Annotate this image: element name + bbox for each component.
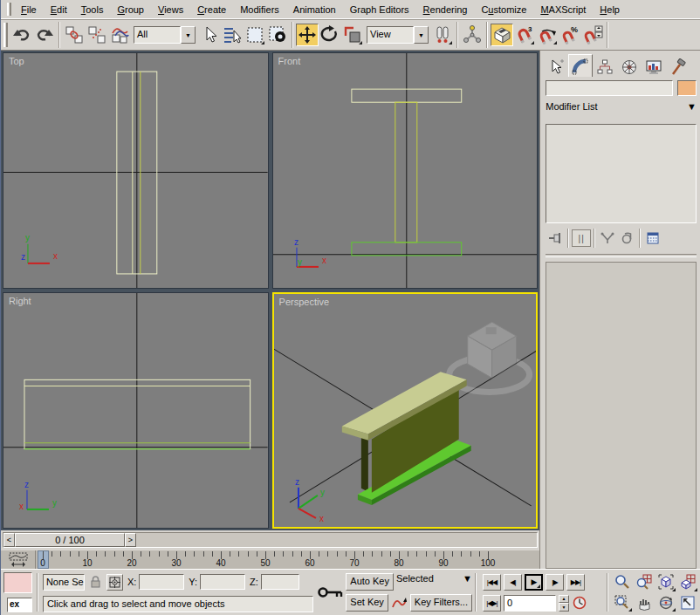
angle-snap-toggle-button[interactable] [536,24,559,46]
toolbar-drag-handle[interactable] [3,23,8,47]
object-color-swatch[interactable] [677,80,697,96]
viewport-top-label[interactable]: Top [9,56,24,66]
key-mode-dropdown[interactable]: Selected ▼ [396,573,472,591]
select-and-move-button[interactable] [296,24,319,46]
select-and-link-button[interactable] [63,24,86,46]
menu-item-rendering[interactable]: Rendering [416,2,475,17]
object-name-input[interactable] [546,80,673,96]
region-zoom-button[interactable] [612,593,633,613]
zoom-extents-all-button[interactable] [677,572,698,592]
time-slider-prev-arrow[interactable]: < [3,533,15,547]
frame-spinner-down[interactable]: ▼ [559,603,569,612]
ibeam-3d[interactable] [342,372,471,505]
unlink-selection-button[interactable] [86,24,108,46]
auto-key-button[interactable]: Auto Key [346,573,394,591]
viewport-perspective[interactable]: Perspective [272,292,539,529]
select-and-manipulate-button[interactable] [461,24,484,46]
remove-modifier-button[interactable] [617,229,636,247]
zoom-extents-button[interactable] [655,572,676,592]
snap-toggle-button[interactable]: 3 [513,24,536,46]
tab-hierarchy[interactable] [593,56,617,77]
rectangular-selection-region-button[interactable] [244,24,266,46]
use-pivot-point-center-button[interactable] [431,24,454,46]
macro-recorder-line[interactable] [3,572,32,593]
key-filters-button[interactable]: Key Filters... [410,594,472,612]
viewport-right-label[interactable]: Right [9,296,31,306]
menu-item-views[interactable]: Views [151,2,190,17]
percent-snap-toggle-button[interactable]: % [559,24,581,46]
frame-spinner[interactable]: ▲ ▼ [559,595,569,612]
trackbar-ruler[interactable]: 0102030405060708090100 [36,550,539,569]
select-and-scale-button[interactable] [341,24,364,46]
modifier-stack-list[interactable] [546,124,697,223]
open-mini-curve-editor-button[interactable] [1,550,36,569]
maximize-viewport-toggle-button[interactable] [677,593,698,613]
previous-frame-button[interactable]: ◀| [504,574,522,591]
pan-view-button[interactable] [634,593,655,613]
select-object-button[interactable] [198,24,221,46]
tab-utilities[interactable] [666,56,690,77]
viewport-front[interactable]: Front z x y [272,52,539,289]
menu-item-animation[interactable]: Animation [286,2,343,17]
undo-button[interactable] [10,24,33,46]
window-crossing-toggle-button[interactable] [266,24,289,46]
listener-line[interactable]: ex [7,598,32,612]
menu-item-help[interactable]: Help [593,2,627,17]
viewport-top[interactable]: Top y x z [3,52,269,289]
menu-item-create[interactable]: Create [190,2,233,17]
y-coord-input[interactable] [200,574,245,590]
make-unique-button[interactable] [598,229,617,247]
go-to-end-button[interactable]: ▶▶| [566,574,585,591]
time-slider-track[interactable]: < 0 / 100 > [3,532,538,548]
spinner-snap-toggle-button[interactable] [581,24,604,46]
menu-item-graph-editors[interactable]: Graph Editors [343,2,416,17]
menu-item-file[interactable]: File [14,2,44,17]
menu-item-group[interactable]: Group [110,2,151,17]
viewport-perspective-canvas[interactable]: z y x [274,294,537,527]
menu-item-maxscript[interactable]: MAXScript [533,2,593,17]
absolute-offset-mode-toggle[interactable] [106,574,123,591]
go-to-start-button[interactable]: |◀◀ [483,574,501,591]
default-tangents-button[interactable] [391,595,408,612]
show-end-result-button[interactable]: || [572,229,591,247]
bind-to-space-warp-button[interactable] [108,24,131,46]
zoom-all-button[interactable] [634,572,655,592]
x-coord-input[interactable] [139,574,184,590]
reference-coordinate-dropdown[interactable]: View ▼ [367,26,429,44]
menu-item-edit[interactable]: Edit [44,2,74,17]
reference-coordinate-arrow[interactable]: ▼ [414,26,429,44]
select-and-rotate-button[interactable] [319,24,341,46]
snaps-cube-toggle-button[interactable] [491,24,513,46]
set-key-button[interactable]: Set Key [346,594,388,612]
selection-filter-dropdown[interactable]: All ▼ [134,26,196,44]
viewport-top-canvas[interactable]: y x z [3,53,268,288]
viewport-front-label[interactable]: Front [278,56,301,66]
tab-motion[interactable] [617,56,642,77]
redo-button[interactable] [33,24,56,46]
modifier-list-arrow[interactable]: ▼ [687,101,697,119]
frame-spinner-up[interactable]: ▲ [559,595,569,604]
time-slider-handle[interactable]: 0 / 100 [15,533,125,547]
menu-item-modifiers[interactable]: Modifiers [233,2,286,17]
viewport-front-canvas[interactable]: z x y [273,53,538,288]
time-configuration-button[interactable] [572,595,588,612]
menu-item-tools[interactable]: Tools [74,2,111,17]
select-by-name-button[interactable] [221,24,244,46]
play-button[interactable]: ▶ [525,574,543,591]
selection-lock-toggle[interactable] [87,574,104,591]
tab-create[interactable] [544,56,568,77]
viewport-perspective-label[interactable]: Perspective [279,297,329,307]
next-frame-button[interactable]: |▶ [546,574,564,591]
configure-modifier-sets-button[interactable] [643,229,662,247]
menubar-drag-handle[interactable] [7,3,11,16]
tab-display[interactable] [642,56,666,77]
arc-rotate-button[interactable] [655,593,676,613]
pin-stack-button[interactable] [546,229,565,247]
viewport-right[interactable]: Right z y x [3,292,269,529]
tab-modify[interactable] [568,54,593,77]
time-slider-next-arrow[interactable]: > [125,533,136,547]
key-mode-toggle-button[interactable]: |◀▶| [483,595,501,612]
key-mode-arrow[interactable]: ▼ [463,573,472,591]
zoom-button[interactable] [612,572,633,592]
modifier-list-dropdown[interactable]: Modifier List ▼ [546,101,697,119]
